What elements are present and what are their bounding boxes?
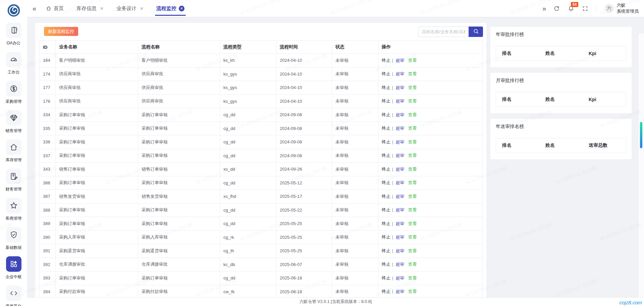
terminate-link[interactable]: 终止	[382, 262, 390, 267]
sidebar-item-workbench[interactable]: 工作台	[0, 49, 27, 78]
view-link[interactable]: 查看	[408, 221, 417, 226]
fullscreen-icon[interactable]	[582, 6, 588, 11]
cell-id: 387	[40, 190, 56, 204]
table-row: 389采购订单审核采购订单审核cg_dd2025-05-25未审核终止|超审查看	[40, 217, 483, 231]
view-link[interactable]: 查看	[408, 234, 417, 239]
view-link[interactable]: 查看	[408, 194, 417, 199]
sidebar-item-sales[interactable]: 销售管理	[0, 107, 27, 136]
view-link[interactable]: 查看	[408, 275, 417, 280]
sidebar-item-oa-office[interactable]: OA办公	[0, 19, 27, 49]
super-audit-link[interactable]: 超审	[395, 58, 404, 63]
view-link[interactable]: 查看	[408, 71, 417, 76]
cell-process-type: cg_th	[220, 244, 276, 258]
sidebar-item-enterprise-hub[interactable]: 企业中枢	[0, 253, 27, 282]
close-icon[interactable]: ✕	[100, 6, 104, 11]
view-link[interactable]: 查看	[408, 126, 417, 131]
super-audit-link[interactable]: 超审	[395, 126, 404, 131]
sidebar-item-partners[interactable]: 客商管理	[0, 195, 27, 224]
view-link[interactable]: 查看	[408, 98, 417, 103]
terminate-link[interactable]: 终止	[382, 126, 390, 131]
search-button[interactable]	[469, 27, 483, 37]
sidebar-item-dev-platform[interactable]: 开发平台	[0, 282, 27, 306]
cell-process-time: 2024-09-08	[276, 108, 332, 122]
super-audit-link[interactable]: 超审	[395, 71, 404, 76]
search-input[interactable]	[418, 27, 469, 37]
terminate-link[interactable]: 终止	[382, 153, 390, 158]
view-link[interactable]: 查看	[408, 207, 417, 212]
terminate-link[interactable]: 终止	[382, 71, 390, 76]
super-audit-link[interactable]: 超审	[395, 221, 404, 226]
view-link[interactable]: 查看	[408, 180, 417, 185]
dashboard-icon	[6, 52, 21, 67]
process-toolbar: 刷新流程监控	[35, 23, 486, 40]
close-icon[interactable]: ✕	[140, 6, 144, 11]
super-audit-link[interactable]: 超审	[395, 289, 404, 294]
terminate-link[interactable]: 终止	[382, 58, 390, 63]
sidebar-item-finance[interactable]: 财务管理	[0, 166, 27, 195]
terminate-link[interactable]: 终止	[382, 98, 390, 103]
sidebar-item-inventory[interactable]: 库存管理	[0, 136, 27, 166]
refresh-icon[interactable]	[553, 5, 560, 12]
terminate-link[interactable]: 终止	[382, 275, 390, 280]
notifications-bell-icon[interactable]: 54	[568, 5, 574, 12]
super-audit-link[interactable]: 超审	[395, 180, 404, 185]
terminate-link[interactable]: 终止	[382, 180, 390, 185]
terminate-link[interactable]: 终止	[382, 289, 390, 294]
terminate-link[interactable]: 终止	[382, 248, 390, 253]
super-audit-link[interactable]: 超审	[395, 275, 404, 280]
action-separator: |	[392, 85, 393, 90]
terminate-link[interactable]: 终止	[382, 85, 390, 90]
cell-business-name: 采购订单审核	[56, 122, 138, 135]
super-audit-link[interactable]: 超审	[395, 112, 404, 117]
refresh-process-monitor-button[interactable]: 刷新流程监控	[44, 27, 78, 36]
view-link[interactable]: 查看	[408, 167, 417, 172]
cell-process-name: 采购订单审核	[138, 176, 220, 190]
terminate-link[interactable]: 终止	[382, 167, 390, 172]
scrollbar-track[interactable]	[638, 34, 644, 298]
sidebar-item-purchase[interactable]: 采购管理	[0, 78, 27, 107]
view-link[interactable]: 查看	[408, 248, 417, 253]
tab-process-monitor[interactable]: 流程监控✕	[156, 0, 184, 17]
terminate-link[interactable]: 终止	[382, 112, 390, 117]
collapse-tabs-icon[interactable]: «	[33, 4, 36, 13]
super-audit-link[interactable]: 超审	[395, 98, 404, 103]
view-link[interactable]: 查看	[408, 58, 417, 63]
cell-actions: 终止|超审查看	[378, 217, 483, 231]
terminate-link[interactable]: 终止	[382, 234, 390, 239]
tab-inventory-info[interactable]: 库存信息✕	[76, 0, 104, 17]
cell-actions: 终止|超审查看	[378, 135, 483, 149]
super-audit-link[interactable]: 超审	[395, 167, 404, 172]
scrollbar-thumb[interactable]	[640, 122, 642, 148]
cell-id: 391	[40, 244, 56, 258]
super-audit-link[interactable]: 超审	[395, 234, 404, 239]
terminate-link[interactable]: 终止	[382, 221, 390, 226]
view-link[interactable]: 查看	[408, 289, 417, 294]
super-audit-link[interactable]: 超审	[395, 85, 404, 90]
column-header: 流程时间	[276, 41, 332, 54]
super-audit-link[interactable]: 超审	[395, 139, 404, 144]
super-audit-link[interactable]: 超审	[395, 153, 404, 158]
cell-process-name: 采购订单审核	[138, 108, 220, 122]
close-icon[interactable]: ✕	[179, 6, 184, 11]
super-audit-link[interactable]: 超审	[395, 262, 404, 267]
view-link[interactable]: 查看	[408, 112, 417, 117]
tab-business-design[interactable]: 业务设计✕	[116, 0, 144, 17]
terminate-link[interactable]: 终止	[382, 139, 390, 144]
site-link[interactable]: cojz8.com	[619, 300, 642, 305]
user-info: 六蚁 系统管理员	[617, 2, 639, 14]
shield-check-icon	[6, 227, 21, 243]
expand-tabs-icon[interactable]: »	[542, 5, 545, 12]
user-menu[interactable]: 六 六蚁 系统管理员	[604, 2, 639, 14]
app-logo-icon[interactable]	[7, 3, 21, 17]
sidebar-item-base-data[interactable]: 基础数据	[0, 224, 27, 253]
super-audit-link[interactable]: 超审	[395, 248, 404, 253]
super-audit-link[interactable]: 超审	[395, 194, 404, 199]
view-link[interactable]: 查看	[408, 262, 417, 267]
view-link[interactable]: 查看	[408, 85, 417, 90]
super-audit-link[interactable]: 超审	[395, 207, 404, 212]
tab-home[interactable]: 首页	[46, 0, 64, 17]
view-link[interactable]: 查看	[408, 139, 417, 144]
view-link[interactable]: 查看	[408, 153, 417, 158]
terminate-link[interactable]: 终止	[382, 207, 390, 212]
terminate-link[interactable]: 终止	[382, 194, 390, 199]
